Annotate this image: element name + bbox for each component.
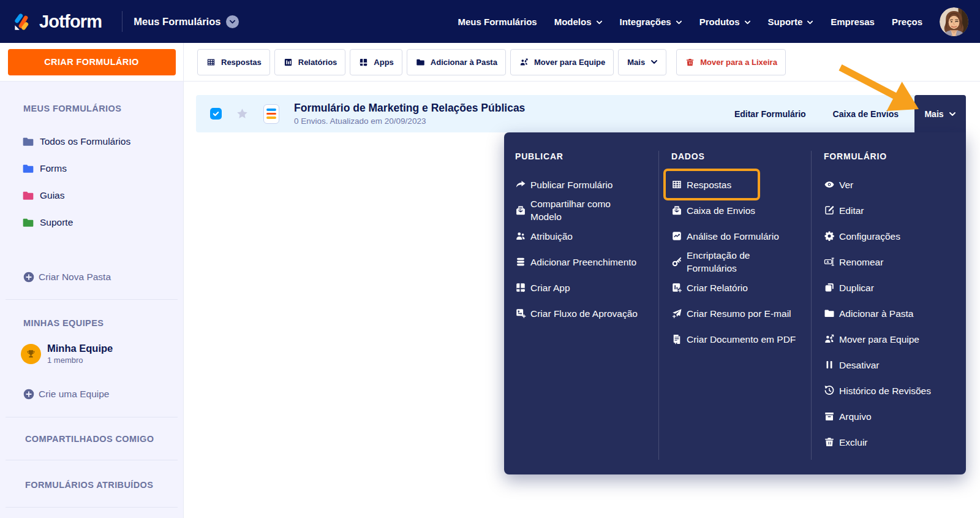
sidebar-body: MEUS FORMULÁRIOS Todos os Formulários Fo… [0,82,184,518]
nav-item-modelos[interactable]: Modelos [554,17,603,27]
user-avatar[interactable] [940,7,968,36]
menu-heading-dados: DADOS [671,151,811,162]
menu-item-desativar[interactable]: Desativar [824,352,966,378]
menu-item-criar-fluxo-de-aprovacao[interactable]: Criar Fluxo de Aprovação [515,300,658,326]
menu-item-criar-app[interactable]: Criar App [515,275,658,300]
menu-item-label: Criar Resumo por E-mail [687,307,791,320]
menu-item-label: Compartilhar como Modelo [530,197,628,223]
form-row-main[interactable]: Formulário de Marketing e Relações Públi… [196,95,914,132]
stack-icon [515,256,526,267]
duplicate-icon [824,282,835,293]
create-team-button[interactable]: Crie uma Equipe [23,388,183,400]
folder-label: Forms [40,163,67,174]
toolbar-button-label: Apps [374,58,394,67]
submissions-inbox-link[interactable]: Caixa de Envios [833,109,899,119]
sidebar-divider [6,299,178,300]
header-divider [122,11,123,32]
analytics-icon [671,230,682,242]
toolbar-relatorios-button[interactable]: Relatórios [274,49,346,75]
current-page-switcher[interactable]: Meus Formulários [134,15,239,28]
sidebar-item-suporte[interactable]: Suporte [0,209,183,236]
menu-item-encriptacao-de-formularios[interactable]: Encriptação de Formulários [671,249,811,275]
menu-item-renomear[interactable]: Renomear [824,249,966,275]
menu-item-label: Ver [839,178,853,191]
nav-item-label: Meus Formulários [458,17,537,27]
menu-item-respostas-highlighted[interactable]: Respostas [671,172,811,197]
menu-item-label: Excluir [839,436,868,449]
menu-item-publicar-formulario[interactable]: Publicar Formulário [515,172,658,197]
menu-column-dados: DADOS Respostas Caixa de Envios Análise … [658,151,811,460]
menu-item-atribuicao[interactable]: Atribuição [515,223,658,249]
row-actions: Editar Formulário Caixa de Envios [734,109,899,119]
menu-item-adicionar-preenchimento[interactable]: Adicionar Preenchimento [515,249,658,275]
menu-item-label: Desativar [839,359,879,371]
toolbar-move-to-trash-button[interactable]: Mover para a Lixeira [676,49,786,75]
nav-item-label: Modelos [554,17,592,27]
toolbar-add-to-folder-button[interactable]: Adicionar à Pasta [407,49,506,75]
trophy-icon [26,349,36,359]
favorite-star-icon[interactable] [236,107,249,120]
menu-item-arquivo[interactable]: Arquivo [824,403,966,429]
envelope-document-icon [515,205,526,216]
jotform-my-forms-page: Jotform Meus Formulários Meus Formulário… [0,0,980,518]
sidebar-item-guias[interactable]: Guias [0,182,183,209]
header-nav: Meus Formulários Modelos Integrações Pro… [458,7,968,36]
nav-item-empresas[interactable]: Empresas [831,17,875,27]
avatar-photo [940,7,968,36]
edit-form-link[interactable]: Editar Formulário [734,109,806,119]
nav-item-integracoes[interactable]: Integrações [620,17,682,27]
menu-item-compartilhar-como-modelo[interactable]: Compartilhar como Modelo [515,197,658,223]
row-more-button-active[interactable]: Mais [914,95,966,132]
sidebar-divider [6,417,178,417]
menu-item-label: Adicionar Preenchimento [530,256,636,269]
nav-item-produtos[interactable]: Produtos [699,17,751,27]
sidebar-item-team[interactable]: Minha Equipe 1 membro [21,343,183,365]
menu-item-mover-para-equipe[interactable]: Mover para Equipe [824,326,966,352]
create-folder-button[interactable]: Criar Nova Pasta [23,271,183,283]
menu-item-adicionar-a-pasta[interactable]: Adicionar à Pasta [824,300,966,326]
menu-item-label: Editar [839,204,864,217]
menu-item-historico-de-revisoes[interactable]: Histórico de Revisões [824,378,966,403]
edit-icon [824,205,835,216]
menu-item-duplicar[interactable]: Duplicar [824,275,966,300]
menu-item-label: Publicar Formulário [530,178,612,191]
toolbar-button-label: Relatórios [298,58,337,67]
menu-item-criar-relatorio[interactable]: Criar Relatório [671,275,811,300]
trash-icon [685,58,695,67]
sidebar-item-all-forms[interactable]: Todos os Formulários [0,128,183,155]
nav-item-suporte[interactable]: Suporte [768,17,814,27]
jotform-logo[interactable]: Jotform [13,12,102,32]
toolbar-apps-button[interactable]: Apps [350,49,402,75]
row-checkbox-checked[interactable] [210,108,222,120]
menu-item-analise-do-formulario[interactable]: Análise do Formulário [671,223,811,249]
sidebar-item-forms[interactable]: Forms [0,155,183,182]
toolbar-move-to-team-button[interactable]: Mover para Equipe [510,49,614,75]
chevron-down-icon [949,110,956,118]
menu-column-publicar: PUBLICAR Publicar Formulário Compartilha… [504,151,658,460]
my-forms-heading: MEUS FORMULÁRIOS [23,104,183,113]
menu-item-label: Duplicar [839,281,874,294]
apps-icon [359,58,368,67]
menu-item-excluir[interactable]: Excluir [824,429,966,455]
menu-item-caixa-de-envios[interactable]: Caixa de Envios [671,197,811,223]
nav-item-meus-formularios[interactable]: Meus Formulários [458,17,537,27]
nav-item-precos[interactable]: Preços [892,17,922,27]
menu-item-criar-documento-em-pdf[interactable]: Criar Documento em PDF [671,326,811,352]
menu-item-label: Criar Relatório [687,281,748,294]
toolbar-more-button[interactable]: Mais [618,49,666,75]
more-button-label: Mais [924,109,943,119]
menu-item-ver[interactable]: Ver [824,172,966,197]
report-plus-icon [671,282,682,293]
top-navigation-bar: Jotform Meus Formulários Meus Formulário… [0,0,980,43]
menu-item-criar-resumo-por-email[interactable]: Criar Resumo por E-mail [671,300,811,326]
nav-item-label: Suporte [768,17,803,27]
create-form-button[interactable]: CRIAR FORMULÁRIO [8,49,176,75]
check-icon [213,110,219,117]
toolbar-button-label: Mover para Equipe [534,58,605,67]
team-avatar [21,344,41,364]
menu-item-configuracoes[interactable]: Configurações [824,223,966,249]
report-icon [284,58,293,67]
menu-item-editar[interactable]: Editar [824,197,966,223]
toolbar-respostas-button[interactable]: Respostas [197,49,270,75]
paper-plane-plus-icon [671,308,682,319]
